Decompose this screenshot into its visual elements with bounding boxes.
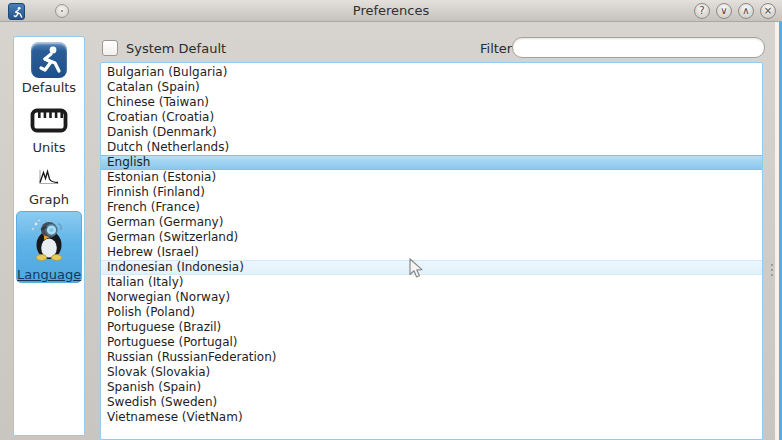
list-item[interactable]: Italian (Italy) — [101, 275, 762, 290]
list-item[interactable]: Indonesian (Indonesia) — [101, 260, 762, 275]
titlebar[interactable]: Preferences ? ∨ ∧ × — [0, 0, 782, 22]
list-item[interactable]: German (Germany) — [101, 215, 762, 230]
list-item[interactable]: English — [101, 155, 762, 170]
list-item[interactable]: Swedish (Sweden) — [101, 395, 762, 410]
close-button[interactable]: × — [760, 3, 776, 19]
sidebar-item-label: Graph — [14, 192, 84, 207]
list-item[interactable]: Dutch (Netherlands) — [101, 140, 762, 155]
minimize-button[interactable]: ∨ — [716, 3, 732, 19]
list-item[interactable]: Danish (Denmark) — [101, 125, 762, 140]
preferences-window: Preferences ? ∨ ∧ × Defaults — [0, 0, 782, 440]
list-item[interactable]: Estonian (Estonia) — [101, 170, 762, 185]
sidebar-item-graph[interactable]: Graph — [14, 155, 84, 207]
list-item[interactable]: Norwegian (Norway) — [101, 290, 762, 305]
diver-icon — [31, 42, 67, 78]
system-default-label: System Default — [126, 41, 226, 56]
window-title: Preferences — [0, 3, 782, 18]
splitter-grip[interactable] — [770, 261, 774, 279]
help-button[interactable]: ? — [694, 3, 710, 19]
list-item[interactable]: Finnish (Finland) — [101, 185, 762, 200]
graph-icon — [14, 169, 84, 190]
sidebar: Defaults Units — [13, 36, 85, 436]
tux-icon — [17, 217, 81, 265]
language-list[interactable]: Bulgarian (Bulgaria)Catalan (Spain)Chine… — [100, 62, 763, 440]
ruler-icon — [14, 108, 84, 138]
list-item[interactable]: Polish (Poland) — [101, 305, 762, 320]
list-item[interactable]: Catalan (Spain) — [101, 80, 762, 95]
sidebar-item-label: Language — [17, 267, 81, 282]
sidebar-item-label: Defaults — [14, 80, 84, 95]
list-item[interactable]: Portuguese (Portugal) — [101, 335, 762, 350]
list-item[interactable]: Portuguese (Brazil) — [101, 320, 762, 335]
sidebar-item-units[interactable]: Units — [14, 95, 84, 155]
sidebar-item-label: Units — [14, 140, 84, 155]
list-item[interactable]: Vietnamese (VietNam) — [101, 410, 762, 425]
list-item[interactable]: Chinese (Taiwan) — [101, 95, 762, 110]
sidebar-item-defaults[interactable]: Defaults — [14, 37, 84, 95]
list-item[interactable]: Hebrew (Israel) — [101, 245, 762, 260]
list-item[interactable]: Bulgarian (Bulgaria) — [101, 65, 762, 80]
system-default-checkbox[interactable] — [102, 40, 118, 56]
list-item[interactable]: Croatian (Croatia) — [101, 110, 762, 125]
filter-input[interactable] — [512, 37, 765, 58]
list-item[interactable]: French (France) — [101, 200, 762, 215]
filter-label: Filter — [480, 41, 512, 56]
list-item[interactable]: German (Switzerland) — [101, 230, 762, 245]
list-item[interactable]: Spanish (Spain) — [101, 380, 762, 395]
sidebar-item-language[interactable]: Language — [16, 211, 82, 283]
maximize-button[interactable]: ∧ — [738, 3, 754, 19]
list-item[interactable]: Russian (RussianFederation) — [101, 350, 762, 365]
list-item[interactable]: Slovak (Slovakia) — [101, 365, 762, 380]
